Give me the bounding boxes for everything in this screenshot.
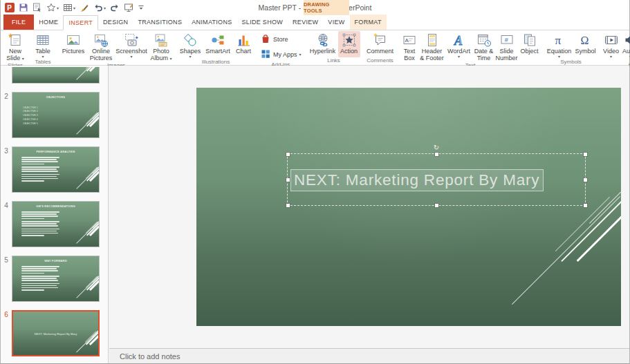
- ribbon-button-screenshot[interactable]: Screenshot▾: [114, 31, 149, 62]
- svg-text:P: P: [7, 4, 12, 12]
- slide-number-5: 5: [1, 256, 12, 302]
- selection-handle[interactable]: [584, 178, 587, 182]
- hyperlink-icon: [315, 32, 331, 48]
- tab-design[interactable]: DESIGN: [98, 15, 133, 30]
- thumb-objectives-list: OBJECTIVE 1OBJECTIVE 2OBJECTIVE 3OBJECTI…: [23, 106, 38, 126]
- tab-view[interactable]: VIEW: [323, 15, 349, 30]
- svg-text:Ω: Ω: [580, 35, 589, 46]
- ribbon-button-hyperlink[interactable]: Hyperlink: [308, 31, 338, 57]
- tab-home[interactable]: HOME: [34, 15, 63, 30]
- tab-slide-show[interactable]: SLIDE SHOW: [237, 15, 288, 30]
- ribbon-group-comments: CommentComments: [363, 31, 398, 65]
- tab-transitions[interactable]: TRANSITIONS: [133, 15, 187, 30]
- quick-access-toolbar: P▾▾▾: [1, 1, 146, 14]
- ribbon-button-audio[interactable]: Audio▾: [621, 31, 630, 62]
- selection-handle[interactable]: [584, 204, 587, 207]
- ribbon-button-table[interactable]: Table▾: [31, 31, 55, 59]
- thumb-title: OBJECTIVES: [12, 95, 99, 99]
- slide-title-textbox[interactable]: NEXT: Marketing Report By Mary: [290, 169, 544, 191]
- selection-handle[interactable]: [435, 204, 438, 207]
- slide-canvas[interactable]: ↻ NEXT: Marketing Report By Mary: [196, 88, 621, 326]
- rotate-handle-icon[interactable]: ↻: [434, 144, 439, 151]
- main-area: Presentation2OBJECTIVESOBJECTIVE 1OBJECT…: [1, 66, 629, 363]
- ribbon-button-photo-album[interactable]: PhotoAlbum ▾: [149, 31, 174, 62]
- save-icon[interactable]: [17, 1, 30, 14]
- tab-review[interactable]: REVIEW: [288, 15, 323, 30]
- slide-thumbnail-row-2: 2OBJECTIVESOBJECTIVE 1OBJECTIVE 2OBJECTI…: [1, 92, 108, 138]
- tab-animations[interactable]: ANIMATIONS: [187, 15, 237, 30]
- ribbon-button-online-pictures[interactable]: OnlinePictures: [88, 31, 114, 62]
- slide-thumbnail-row-4: 4GM'S RECOMMENDATIONS: [1, 201, 108, 247]
- thumb-title: PERFORMANCE ANALYSIS: [12, 150, 99, 153]
- ribbon-button-date-time[interactable]: Date &Time: [473, 31, 495, 62]
- ribbon-group-label: Tables: [31, 59, 55, 66]
- ribbon-button-equation[interactable]: πEquation▾: [545, 31, 574, 59]
- tab-insert[interactable]: INSERT: [63, 15, 98, 30]
- slide-editor-canvas: ↻ NEXT: Marketing Report By Mary: [109, 66, 629, 348]
- selection-handle[interactable]: [286, 153, 290, 156]
- thumb-bullet-text: [21, 157, 63, 183]
- ribbon-button-text-box[interactable]: ATextBox: [400, 31, 419, 62]
- slide-thumbnail-3[interactable]: PERFORMANCE ANALYSIS: [12, 146, 100, 193]
- powerpoint-logo-icon[interactable]: P: [3, 1, 16, 14]
- slide-thumbnail-4[interactable]: GM'S RECOMMENDATIONS: [12, 201, 100, 247]
- tab-file[interactable]: FILE: [3, 15, 34, 30]
- format-painter-icon[interactable]: [78, 1, 91, 14]
- ribbon-button-chart[interactable]: Chart: [233, 31, 254, 59]
- smartart-icon: [210, 32, 225, 48]
- customize-qat-icon[interactable]: [136, 1, 146, 14]
- powerpoint-window: P▾▾▾ Master PPT - Microsoft PowerPoint D…: [0, 0, 630, 364]
- redo-icon[interactable]: [109, 1, 121, 14]
- ribbon-button-comment[interactable]: Comment: [364, 31, 396, 57]
- ribbon-group-addins: StoreMy Apps ▾Add-ins: [257, 31, 305, 65]
- ribbon-button-smartart[interactable]: SmartArt: [203, 31, 233, 59]
- thumb-title: WAY FORWARD: [12, 259, 99, 262]
- online-pictures-icon: [93, 32, 109, 48]
- ribbon-button-action[interactable]: Action: [338, 31, 360, 57]
- ribbon: NewSlide ▾SlidesTable▾TablesPicturesOnli…: [1, 30, 629, 66]
- slide-thumbnail-6[interactable]: NEXT: Marketing Report By Mary: [12, 310, 100, 356]
- svg-text:#: #: [504, 36, 508, 43]
- ribbon-button-symbol[interactable]: ΩSymbol: [574, 31, 597, 59]
- title-bar: P▾▾▾ Master PPT - Microsoft PowerPoint D…: [1, 0, 629, 15]
- notes-pane[interactable]: Click to add notes: [109, 348, 629, 363]
- slide-thumbnail-2[interactable]: OBJECTIVESOBJECTIVE 1OBJECTIVE 2OBJECTIV…: [12, 92, 100, 138]
- ribbon-group-images: PicturesOnlinePicturesScreenshot▾PhotoAl…: [57, 31, 175, 65]
- slide-number-4: 4: [1, 201, 12, 247]
- ribbon-button-shapes[interactable]: Shapes▾: [178, 31, 203, 59]
- ribbon-group-symbols: πEquation▾ΩSymbolSymbols: [544, 31, 599, 65]
- ribbon-group-label: Comments: [364, 57, 396, 65]
- slide-thumbnail-1[interactable]: Presentation: [12, 67, 100, 84]
- ribbon-button-slide-number[interactable]: #SlideNumber: [495, 31, 519, 62]
- ribbon-button-pictures[interactable]: Pictures: [59, 31, 88, 62]
- ribbon-button-my-apps[interactable]: My Apps ▾: [258, 48, 304, 61]
- touch-mouse-mode-icon[interactable]: [31, 1, 44, 14]
- ribbon-button-video[interactable]: Video▾: [602, 31, 621, 62]
- ribbon-button-store[interactable]: Store: [258, 32, 304, 46]
- undo-icon[interactable]: ▾: [92, 1, 107, 14]
- ribbon-group-label: Illustrations: [178, 59, 254, 66]
- table-grid-icon[interactable]: ▾: [62, 1, 77, 14]
- tab-format[interactable]: FORMAT: [350, 15, 387, 30]
- slide-thumbnail-pane[interactable]: Presentation2OBJECTIVESOBJECTIVE 1OBJECT…: [1, 66, 109, 363]
- notes-placeholder: Click to add notes: [109, 352, 180, 361]
- ribbon-button-header-footer[interactable]: Header& Footer: [419, 31, 445, 62]
- selection-handle[interactable]: [584, 153, 587, 156]
- ribbon-group-tables: Table▾Tables: [30, 31, 56, 65]
- svg-text:A: A: [405, 37, 409, 43]
- ribbon-button-new-slide[interactable]: NewSlide ▾: [3, 31, 27, 62]
- thumb-center-text: NEXT: Marketing Report By Mary: [13, 332, 98, 335]
- selection-handle[interactable]: [286, 204, 290, 207]
- action-icon: [342, 32, 357, 48]
- selection-handle[interactable]: [286, 178, 290, 182]
- date-time-icon: [476, 32, 492, 48]
- thumb-bullet-text: [21, 266, 63, 292]
- slide-thumbnail-5[interactable]: WAY FORWARD: [12, 256, 100, 302]
- start-slideshow-icon[interactable]: [122, 1, 135, 14]
- ribbon-button-wordart[interactable]: AWordArt▾: [445, 31, 473, 62]
- slide-thumbnail-row-5: 5WAY FORWARD: [1, 256, 108, 302]
- selection-handle[interactable]: [435, 153, 438, 156]
- slide-number-1: [1, 67, 12, 84]
- favorite-star-icon[interactable]: ▾: [45, 1, 60, 14]
- ribbon-button-object[interactable]: Object: [519, 31, 541, 62]
